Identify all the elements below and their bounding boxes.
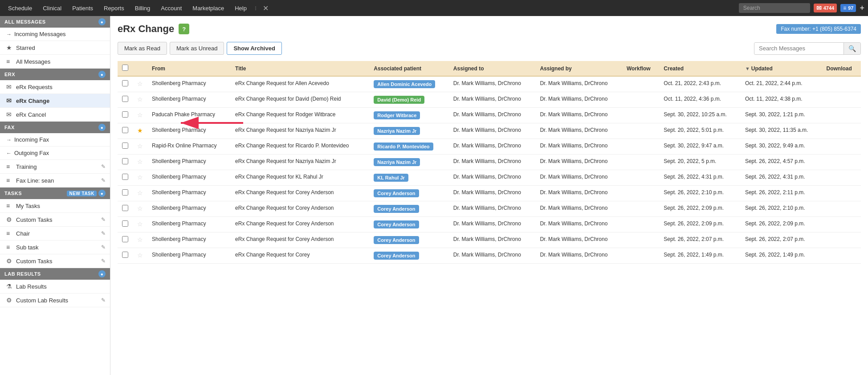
row-download-4[interactable] (822, 139, 861, 155)
row-checkbox-5[interactable] (122, 158, 128, 164)
row-patient-5[interactable]: Nazriya Nazim Jr (369, 155, 449, 170)
select-all-header[interactable] (118, 61, 133, 76)
nav-clinical[interactable]: Clinical (38, 3, 66, 13)
notification-count-badge[interactable]: ≡ 97 (840, 4, 856, 12)
custom-tasks-1-edit-icon[interactable]: ✎ (101, 216, 106, 223)
row-star-cell[interactable]: ☆ (133, 108, 147, 123)
custom-tasks-2-edit-icon[interactable]: ✎ (101, 258, 106, 264)
download-header[interactable]: Download (822, 61, 861, 76)
star-6[interactable]: ☆ (137, 174, 143, 181)
star-4[interactable]: ☆ (137, 143, 143, 150)
row-download-5[interactable] (822, 155, 861, 170)
row-patient-0[interactable]: Allen Dominic Acevedo (369, 76, 449, 92)
row-patient-8[interactable]: Corey Anderson (369, 201, 449, 217)
row-patient-7[interactable]: Corey Anderson (369, 186, 449, 201)
star-2[interactable]: ☆ (137, 111, 143, 118)
row-patient-11[interactable]: Corey Anderson (369, 248, 449, 264)
sidebar-item-custom-tasks-2[interactable]: ⚙ Custom Tasks ✎ (0, 254, 110, 268)
nav-schedule[interactable]: Schedule (4, 3, 37, 13)
help-button[interactable]: ? (179, 24, 189, 34)
row-checkbox-7[interactable] (122, 189, 128, 196)
nav-reports[interactable]: Reports (99, 3, 129, 13)
row-checkbox-cell[interactable] (118, 108, 133, 123)
sidebar-item-erx-requests[interactable]: ✉ eRx Requests (0, 80, 110, 94)
row-patient-3[interactable]: Nazriya Nazim Jr (369, 123, 449, 139)
row-download-6[interactable] (822, 170, 861, 186)
row-checkbox-cell[interactable] (118, 123, 133, 139)
sidebar-item-lab-results[interactable]: ⚗ Lab Results (0, 280, 110, 293)
row-checkbox-cell[interactable] (118, 232, 133, 248)
row-download-11[interactable] (822, 248, 861, 264)
assigned-to-header[interactable]: Assigned to (449, 61, 536, 76)
sidebar-item-training[interactable]: ≡ Training ✎ (0, 160, 110, 174)
row-star-cell[interactable]: ☆ (133, 248, 147, 264)
sidebar-item-erx-change[interactable]: ✉ eRx Change (0, 94, 110, 108)
row-checkbox-10[interactable] (122, 236, 128, 242)
search-messages-input[interactable] (754, 43, 844, 54)
row-star-cell[interactable]: ☆ (133, 155, 147, 170)
row-download-8[interactable] (822, 201, 861, 217)
chair-edit-icon[interactable]: ✎ (101, 230, 106, 236)
row-checkbox-9[interactable] (122, 220, 128, 227)
row-checkbox-cell[interactable] (118, 170, 133, 186)
sidebar-item-my-tasks[interactable]: ≡ My Tasks (0, 199, 110, 213)
star-10[interactable]: ☆ (137, 236, 143, 243)
row-download-7[interactable] (822, 186, 861, 201)
nav-account[interactable]: Account (156, 3, 186, 13)
nav-marketplace[interactable]: Marketplace (188, 3, 228, 13)
mark-as-unread-button[interactable]: Mark as Unread (170, 42, 224, 55)
row-checkbox-cell[interactable] (118, 201, 133, 217)
row-star-cell[interactable]: ☆ (133, 201, 147, 217)
star-7[interactable]: ☆ (137, 189, 143, 196)
nav-billing[interactable]: Billing (130, 3, 155, 13)
sidebar-item-all-messages[interactable]: ≡ All Messages (0, 55, 110, 69)
custom-lab-edit-icon[interactable]: ✎ (101, 297, 106, 303)
sidebar-item-erx-cancel[interactable]: ✉ eRx Cancel (0, 108, 110, 122)
row-checkbox-cell[interactable] (118, 248, 133, 264)
training-edit-icon[interactable]: ✎ (101, 163, 106, 170)
row-star-cell[interactable]: ★ (133, 123, 147, 139)
row-checkbox-6[interactable] (122, 174, 128, 180)
nav-close[interactable]: ✕ (260, 4, 271, 12)
row-star-cell[interactable]: ☆ (133, 186, 147, 201)
search-messages-button[interactable]: 🔍 (844, 43, 860, 54)
select-all-checkbox[interactable] (122, 65, 128, 71)
sidebar-item-starred[interactable]: ★ Starred (0, 41, 110, 55)
fax-line-edit-icon[interactable]: ✎ (101, 177, 106, 183)
row-star-cell[interactable]: ☆ (133, 170, 147, 186)
row-checkbox-3[interactable] (122, 127, 128, 133)
row-download-3[interactable] (822, 123, 861, 139)
workflow-header[interactable]: Workflow (622, 61, 659, 76)
nav-patients[interactable]: Patients (68, 3, 98, 13)
mark-as-read-button[interactable]: Mark as Read (118, 42, 167, 55)
global-search-input[interactable] (739, 3, 810, 13)
row-checkbox-8[interactable] (122, 205, 128, 211)
row-checkbox-1[interactable] (122, 96, 128, 102)
row-checkbox-cell[interactable] (118, 76, 133, 92)
assigned-by-header[interactable]: Assigned by (535, 61, 622, 76)
row-patient-10[interactable]: Corey Anderson (369, 232, 449, 248)
row-checkbox-cell[interactable] (118, 217, 133, 232)
row-download-1[interactable] (822, 92, 861, 108)
star-5[interactable]: ☆ (137, 158, 143, 165)
row-checkbox-2[interactable] (122, 111, 128, 118)
row-download-10[interactable] (822, 232, 861, 248)
row-patient-2[interactable]: Rodger Witbrace (369, 108, 449, 123)
sidebar-item-incoming-fax[interactable]: → Incoming Fax (0, 133, 110, 147)
sidebar-item-custom-tasks-1[interactable]: ⚙ Custom Tasks ✎ (0, 213, 110, 227)
row-patient-9[interactable]: Corey Anderson (369, 217, 449, 232)
row-download-2[interactable] (822, 108, 861, 123)
updated-header[interactable]: ▼Updated (741, 61, 822, 76)
title-header[interactable]: Title (231, 61, 369, 76)
add-button[interactable]: + (860, 4, 864, 13)
row-star-cell[interactable]: ☆ (133, 139, 147, 155)
row-checkbox-cell[interactable] (118, 186, 133, 201)
sidebar-item-fax-line-sean[interactable]: ≡ Fax Line: sean ✎ (0, 174, 110, 188)
star-0[interactable]: ☆ (137, 80, 143, 87)
sidebar-item-custom-lab-results[interactable]: ⚙ Custom Lab Results ✎ (0, 293, 110, 307)
message-count-badge[interactable]: ✉ 4744 (814, 4, 837, 12)
star-11[interactable]: ☆ (137, 252, 143, 259)
row-download-9[interactable] (822, 217, 861, 232)
row-checkbox-4[interactable] (122, 143, 128, 149)
row-star-cell[interactable]: ☆ (133, 92, 147, 108)
